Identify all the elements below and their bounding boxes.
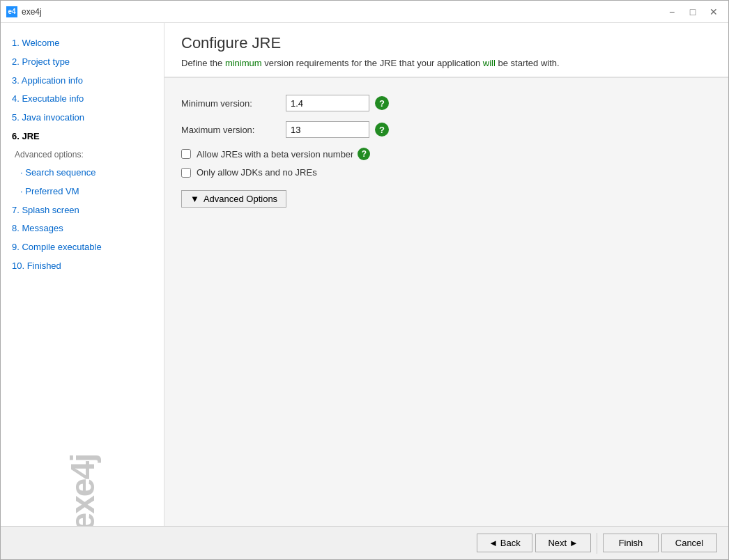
desc-highlight-minimum: minimum: [225, 58, 262, 68]
title-bar: e4 exe4j − □ ✕: [1, 1, 728, 23]
footer: ◄ Back Next ► Finish Cancel: [1, 526, 728, 559]
jdk-only-label: Only allow JDKs and no JREs: [197, 167, 317, 178]
sidebar-item-splash-screen[interactable]: 7. Splash screen: [1, 201, 164, 220]
jdk-only-checkbox[interactable]: [181, 168, 191, 178]
min-version-row: Minimum version: ?: [181, 95, 712, 111]
next-button[interactable]: Next ►: [535, 534, 591, 552]
main-header: Configure JRE Define the minimum version…: [164, 23, 728, 78]
page-description: Define the minimum version requirements …: [181, 58, 712, 68]
max-version-input[interactable]: [286, 121, 369, 138]
sidebar-item-compile-executable[interactable]: 9. Compile executable: [1, 238, 164, 257]
sidebar-item-project-type[interactable]: 2. Project type: [1, 53, 164, 72]
min-version-input[interactable]: [286, 95, 369, 111]
max-version-label: Maximum version:: [181, 125, 286, 135]
main-body: Minimum version: ? Maximum version: ? Al…: [164, 78, 728, 526]
min-version-label: Minimum version:: [181, 98, 286, 109]
window-title: exe4j: [22, 7, 42, 17]
sidebar-item-executable-info[interactable]: 4. Executable info: [1, 90, 164, 109]
title-bar-left: e4 exe4j: [6, 6, 42, 17]
sidebar-item-messages[interactable]: 8. Messages: [1, 219, 164, 238]
sidebar-watermark: exe4j: [1, 474, 164, 512]
back-button[interactable]: ◄ Back: [477, 534, 532, 552]
beta-version-label: Allow JREs with a beta version number: [197, 149, 353, 160]
main-panel: Configure JRE Define the minimum version…: [164, 23, 728, 526]
main-window: e4 exe4j − □ ✕ 1. Welcome 2. Project typ…: [0, 0, 729, 560]
desc-highlight-will: will: [483, 58, 496, 68]
beta-checkbox-row: Allow JREs with a beta version number ?: [181, 148, 712, 160]
sidebar-item-preferred-vm[interactable]: · Preferred VM: [1, 182, 164, 201]
max-version-row: Maximum version: ?: [181, 121, 712, 138]
footer-separator: [597, 533, 597, 554]
desc-text-3: be started with.: [496, 58, 560, 68]
cancel-button[interactable]: Cancel: [661, 534, 717, 552]
sidebar-item-application-info[interactable]: 3. Application info: [1, 72, 164, 91]
beta-version-help-icon[interactable]: ?: [358, 148, 370, 160]
sidebar-item-java-invocation[interactable]: 5. Java invocation: [1, 109, 164, 127]
content-area: 1. Welcome 2. Project type 3. Applicatio…: [1, 23, 728, 526]
desc-text-1: Define the: [181, 58, 225, 68]
beta-version-checkbox[interactable]: [181, 149, 191, 159]
advanced-options-button[interactable]: ▼ Advanced Options: [181, 190, 286, 208]
desc-text-2: version requirements for the JRE that yo…: [262, 58, 483, 68]
max-version-help-icon[interactable]: ?: [375, 123, 389, 137]
min-version-help-icon[interactable]: ?: [375, 96, 389, 110]
sidebar-item-finished[interactable]: 10. Finished: [1, 257, 164, 276]
advanced-btn-arrow: ▼: [190, 194, 199, 204]
sidebar-advanced-options-label: Advanced options:: [1, 146, 164, 164]
jdk-checkbox-row: Only allow JDKs and no JREs: [181, 167, 712, 178]
sidebar: 1. Welcome 2. Project type 3. Applicatio…: [1, 23, 164, 526]
sidebar-item-search-sequence[interactable]: · Search sequence: [1, 164, 164, 182]
finish-button[interactable]: Finish: [603, 534, 659, 552]
app-icon: e4: [6, 6, 17, 17]
title-bar-controls: − □ ✕: [663, 5, 723, 19]
minimize-button[interactable]: −: [663, 5, 681, 19]
close-button[interactable]: ✕: [705, 5, 723, 19]
advanced-btn-label: Advanced Options: [204, 194, 277, 204]
maximize-button[interactable]: □: [684, 5, 702, 19]
sidebar-item-welcome[interactable]: 1. Welcome: [1, 34, 164, 53]
watermark-text: exe4j: [63, 454, 102, 526]
page-title: Configure JRE: [181, 34, 712, 52]
sidebar-item-jre[interactable]: 6. JRE: [1, 127, 164, 146]
